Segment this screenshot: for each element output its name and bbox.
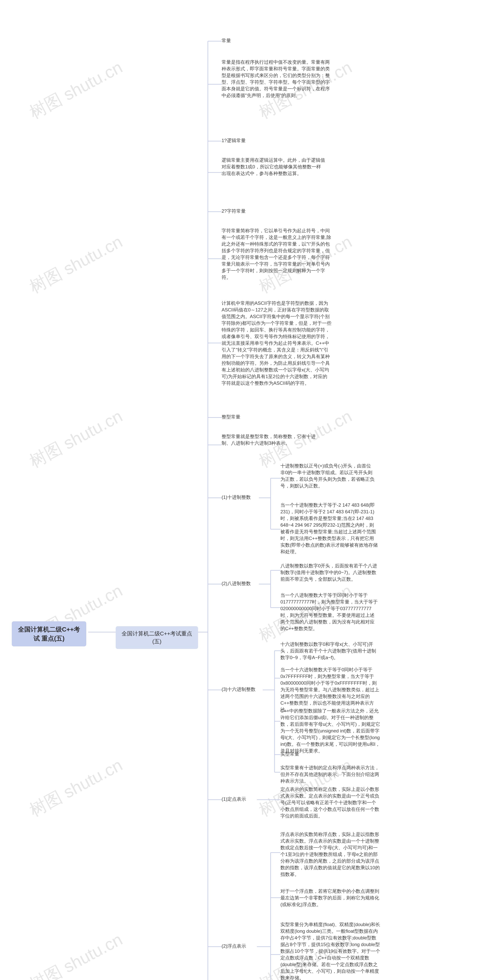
watermark: 树图 shutu.cn <box>25 230 126 299</box>
section-hex-desc1: 十六进制整数以数字0和字母x(大、小写可)开头，后面跟有若干个十六进制数字(借用… <box>280 641 381 661</box>
main-title: 全国计算机二级C++考试重点(五) <box>121 630 192 644</box>
main-node[interactable]: 全国计算机二级C++考试重点(五) <box>116 626 198 649</box>
section-dec-desc2: 当一个十进制整数大于等于-2 147 483 648(即231)，同时小于等于2… <box>280 502 378 555</box>
section-oct-desc1: 八进制整数以数字0开头，后面按有若干个八进制数字(借用十进制数字中的0~7)。八… <box>280 563 378 582</box>
section-logic-desc: 逻辑常量主要用在逻辑运算中。此外，由于逻辑值对应着整数1或0，所以它也能够像其他… <box>222 157 325 177</box>
root-title: 全国计算机二级C++考试 重点(五) <box>18 626 80 642</box>
section-oct-header[interactable]: (2)八进制整数 <box>222 580 251 587</box>
section-char-desc1: 字符常量简称字符，它以单引号作为起止符号，中间有一个或若干个字符，这是一般意义上… <box>222 228 331 281</box>
section-constant-desc: 常量是指在程序执行过程中值不改变的量。常量有两种表示形式，即字面常量和符号常量。… <box>222 59 331 99</box>
section-char-header[interactable]: 2?字符常量 <box>222 208 246 215</box>
section-dec-desc1: 十进制整数以正号(+)或负号(-)开头，由首位非0的一串十进制数字组成。若以正号… <box>280 463 375 489</box>
section-hex-desc3: C++中的整型数据除了一般表示方法之外，还允许给它们添加后缀u或l。对于任一种进… <box>280 708 381 754</box>
section-char-desc2: 计算机中常用的ASCII字符也是字符型的数据，因为ASCII码值在0～127之间… <box>222 300 331 387</box>
section-fixed-header[interactable]: (1)定点表示 <box>222 796 246 802</box>
connectors-svg <box>0 0 502 980</box>
section-dec-header[interactable]: (1)十进制整数 <box>222 494 251 501</box>
section-fixed-desc: 定点表示的实数简称定点数，实际上是以小数形式表示实数。定点表示的实数是由一个正号… <box>280 786 381 819</box>
section-real-desc: 实型常量有十进制的定点和浮点两种表示方法，但并不存在其他进制的表示。下面分别介绍… <box>280 764 381 784</box>
mindmap-canvas: 树图 shutu.cn 树图 shutu.cn 树图 shutu.cn 树图 s… <box>0 0 502 980</box>
root-node[interactable]: 全国计算机二级C++考试 重点(五) <box>12 621 86 646</box>
section-float-desc1: 浮点表示的实数简称浮点数，实际上是以指数形式表示实数。浮点表示的实数是由一个十进… <box>280 831 381 878</box>
section-hex-desc2: 当一个十六进制整数大于等于0同时小于等于0x7FFFFFFF时，则为整型常量，当… <box>280 667 381 713</box>
section-float-desc3: 实型常量分为单精度(float)、双精度(double)和长双精度(long d… <box>280 921 381 980</box>
section-int-header[interactable]: 整型常量 <box>222 414 241 420</box>
watermark: 树图 shutu.cn <box>25 405 126 473</box>
section-hex-header[interactable]: (3)十六进制整数 <box>222 686 255 693</box>
section-constant-header[interactable]: 常量 <box>222 37 231 44</box>
section-oct-desc2: 当一个八进制整数大于等于0同时小于等于017777777777时，则为整型常量，… <box>280 592 378 632</box>
section-float-header[interactable]: (2)浮点表示 <box>222 943 246 950</box>
watermark: 树图 shutu.cn <box>25 928 126 980</box>
section-logic-header[interactable]: 1?逻辑常量 <box>222 137 246 144</box>
section-real-header[interactable]: 实型常量 <box>280 751 299 757</box>
watermark: 树图 shutu.cn <box>25 754 126 822</box>
section-int-desc: 整型常量就是整型常数，简称整数，它有十进制、八进制和十六进制3种表示。 <box>222 433 324 447</box>
section-float-desc2: 对于一个浮点数，若将它尾数中的小数点调整到最左边第一个非零数字的后面，则称它为规… <box>280 888 381 908</box>
watermark: 树图 shutu.cn <box>25 56 126 124</box>
